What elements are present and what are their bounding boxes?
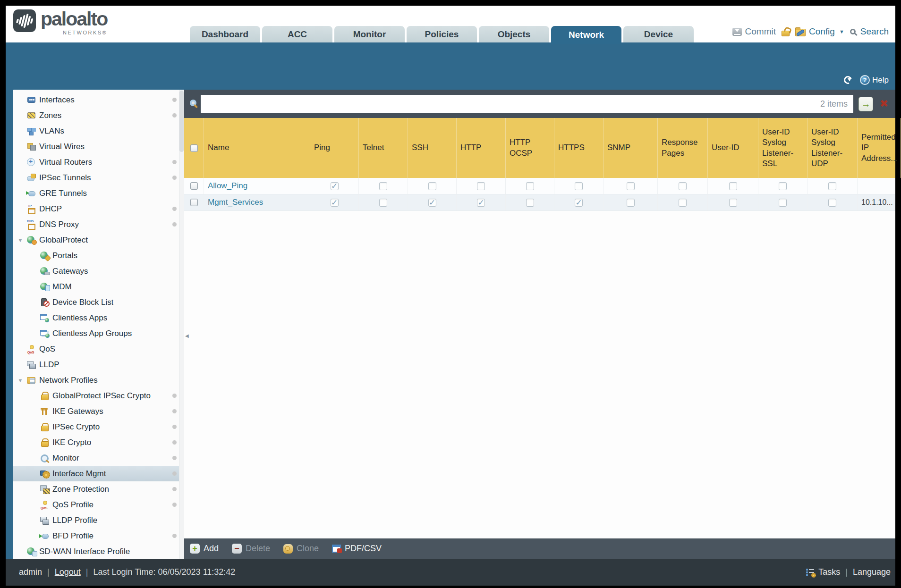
sidebar-item-sd-wan-interface-profile[interactable]: SD-WAN Interface Profile	[13, 544, 184, 559]
help-button[interactable]: Help	[860, 75, 889, 85]
table-empty-area	[184, 211, 895, 538]
clone-label: Clone	[297, 544, 319, 554]
clear-filter-button[interactable]	[877, 97, 891, 110]
sidebar-item-interfaces[interactable]: Interfaces	[13, 92, 184, 108]
service-checkbox-ssh	[428, 199, 436, 207]
sidebar-item-label: Network Profiles	[39, 376, 98, 385]
service-checkbox-https	[575, 199, 583, 207]
sidebar-item-ike-crypto[interactable]: IKE Crypto	[13, 435, 184, 450]
search-button[interactable]: Search	[850, 26, 889, 37]
sidebar-item-lldp-profile[interactable]: LLDP Profile	[13, 512, 184, 528]
column-header-http: HTTP	[457, 118, 506, 178]
table-header: NamePingTelnetSSHHTTPHTTP OCSPHTTPSSNMPR…	[184, 118, 895, 178]
tab-monitor[interactable]: Monitor	[334, 26, 405, 42]
tasks-button[interactable]: Tasks	[818, 567, 840, 577]
add-icon	[190, 544, 200, 554]
header-actions: Commit Config ▼ Search	[732, 26, 889, 37]
sidebar-item-virtual-wires[interactable]: Virtual Wires	[13, 139, 184, 154]
sidebar-scrollbar-thumb[interactable]	[179, 91, 184, 152]
lock-icon	[40, 423, 49, 431]
pdf-csv-button[interactable]: PDF/CSV	[332, 544, 382, 554]
row-select-checkbox[interactable]	[190, 199, 198, 206]
sidebar-item-clientless-apps[interactable]: Clientless Apps	[13, 310, 184, 326]
sidebar-item-dhcp[interactable]: DHCP	[13, 201, 184, 217]
sidebar-item-label: BFD Profile	[52, 531, 94, 541]
sidebar-item-gre-tunnels[interactable]: GRE Tunnels	[13, 185, 184, 201]
sidebar-item-network-profiles[interactable]: Network Profiles	[13, 372, 184, 388]
bfd-icon	[40, 532, 49, 540]
tab-network[interactable]: Network	[551, 26, 621, 44]
sidebar-item-globalprotect-ipsec-crypto[interactable]: GlobalProtect IPSec Crypto	[13, 388, 184, 403]
qos-icon	[40, 501, 49, 509]
tab-device[interactable]: Device	[623, 26, 694, 42]
sidebar-scrollbar[interactable]	[179, 90, 184, 559]
tab-policies[interactable]: Policies	[407, 26, 477, 42]
main-content: 2 items NamePingTelnetSSHHTTPHTTP OCSPHT…	[184, 90, 895, 559]
sidebar-item-zone-protection[interactable]: Zone Protection	[13, 481, 184, 497]
sidebar-item-label: IKE Gateways	[52, 407, 103, 416]
help-icon	[860, 75, 870, 85]
sidebar-item-zones[interactable]: Zones	[13, 108, 184, 123]
status-dot	[172, 534, 177, 538]
tab-objects[interactable]: Objects	[479, 26, 549, 42]
permitted-ip-cell	[858, 178, 895, 194]
sidebar-item-mdm[interactable]: MDM	[13, 279, 184, 294]
sidebar-item-ipsec-tunnels[interactable]: IPSec Tunnels	[13, 170, 184, 185]
sidebar-item-gateways[interactable]: Gateways	[13, 263, 184, 279]
lock-icon[interactable]	[782, 31, 790, 36]
clone-button[interactable]: Clone	[283, 544, 319, 554]
sidebar-item-interface-mgmt[interactable]: Interface Mgmt	[13, 466, 184, 481]
sidebar-collapse-icon[interactable]: ◀	[185, 333, 189, 338]
profile-name-link[interactable]: Mgmt_Services	[208, 198, 263, 207]
paloalto-logo: paloalto NETWORKS®	[13, 9, 107, 35]
sidebar-item-globalprotect[interactable]: GlobalProtect	[13, 232, 184, 248]
service-checkbox-http-ocsp	[526, 199, 534, 207]
sidebar-item-vlans[interactable]: VLANs	[13, 123, 184, 139]
select-all-checkbox[interactable]	[190, 144, 198, 152]
sidebar-item-monitor[interactable]: Monitor	[13, 450, 184, 466]
sidebar-item-clientless-app-groups[interactable]: Clientless App Groups	[13, 326, 184, 341]
sidebar-item-qos-profile[interactable]: QoS Profile	[13, 497, 184, 512]
sidebar-item-qos[interactable]: QoS	[13, 341, 184, 357]
permitted-ip-cell: 10.1.10...	[858, 194, 895, 210]
sidebar-item-lldp[interactable]: LLDP	[13, 357, 184, 372]
sidebar-item-label: IKE Crypto	[52, 438, 91, 447]
expander-triangle-icon[interactable]	[16, 378, 25, 383]
table-body: Allow_PingMgmt_Services10.1.10...	[184, 178, 895, 211]
config-menu-button[interactable]: Config ▼	[795, 26, 844, 37]
status-dot	[172, 440, 177, 445]
row-select-checkbox[interactable]	[190, 182, 198, 190]
interface-mgmt-icon	[40, 470, 49, 478]
expander-triangle-icon[interactable]	[16, 237, 25, 243]
item-count: 2 items	[820, 99, 853, 109]
virtual-wires-icon	[27, 143, 36, 151]
sidebar-item-bfd-profile[interactable]: BFD Profile	[13, 528, 184, 544]
commit-button[interactable]: Commit	[732, 26, 776, 37]
status-dot	[172, 425, 177, 429]
filter-input[interactable]	[201, 95, 820, 113]
delete-button[interactable]: Delete	[232, 544, 270, 554]
clone-icon	[283, 544, 293, 554]
logout-link[interactable]: Logout	[55, 567, 81, 577]
sidebar-item-ike-gateways[interactable]: IKE Gateways	[13, 403, 184, 419]
column-header-user-id: User-ID	[708, 118, 758, 178]
sidebar-item-virtual-routers[interactable]: Virtual Routers	[13, 154, 184, 170]
service-checkbox-http	[477, 199, 485, 207]
sidebar-item-ipsec-crypto[interactable]: IPSec Crypto	[13, 419, 184, 435]
sd-wan-icon	[27, 547, 36, 555]
service-checkbox-telnet	[379, 199, 387, 207]
tab-dashboard[interactable]: Dashboard	[190, 26, 260, 42]
service-checkbox-response-pages	[679, 199, 687, 207]
language-button[interactable]: Language	[853, 567, 891, 577]
search-icon	[190, 100, 196, 106]
sidebar-item-dns-proxy[interactable]: DNS Proxy	[13, 217, 184, 232]
sidebar-item-portals[interactable]: Portals	[13, 248, 184, 263]
profile-name-link[interactable]: Allow_Ping	[208, 181, 247, 191]
apply-filter-button[interactable]	[858, 97, 873, 111]
status-dot	[172, 160, 177, 164]
add-button[interactable]: Add	[190, 544, 219, 554]
sidebar-item-device-block-list[interactable]: Device Block List	[13, 294, 184, 310]
status-dot	[172, 409, 177, 413]
refresh-icon[interactable]	[843, 76, 852, 84]
tab-acc[interactable]: ACC	[262, 26, 332, 42]
